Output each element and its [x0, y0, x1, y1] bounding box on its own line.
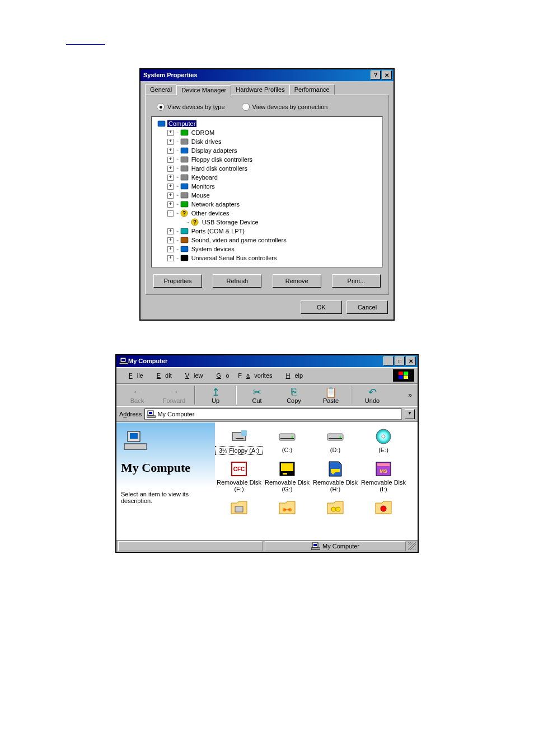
- expand-icon[interactable]: +: [167, 192, 174, 199]
- radio-view-by-type[interactable]: View devices by type: [157, 103, 225, 111]
- mouse-icon: [180, 191, 189, 199]
- drive-icon[interactable]: (E:): [359, 427, 407, 455]
- refresh-button[interactable]: Refresh: [213, 274, 261, 288]
- tree-node[interactable]: +···CDROM: [153, 128, 381, 137]
- tool-undo[interactable]: ↶Undo: [354, 386, 391, 404]
- expand-icon[interactable]: +: [167, 237, 174, 243]
- expand-icon[interactable]: +: [167, 148, 174, 154]
- properties-button[interactable]: Properties: [153, 274, 202, 288]
- drive-icon[interactable]: [263, 497, 311, 518]
- svg-text:MS: MS: [380, 468, 387, 474]
- tree-node[interactable]: +···Hard disk controllers: [153, 164, 381, 173]
- drive-icon[interactable]: CFCRemovable Disk (F:): [215, 459, 263, 493]
- icon-pane[interactable]: 3½ Floppy (A:)(C:)(D:)(E:)CFCRemovable D…: [215, 422, 418, 540]
- svg-rect-2: [181, 139, 188, 144]
- forward-icon: →: [156, 386, 193, 397]
- svg-rect-8: [181, 192, 188, 198]
- remove-button[interactable]: Remove: [273, 274, 321, 288]
- drive-icon[interactable]: (C:): [263, 427, 311, 455]
- tree-node[interactable]: ···?USB Storage Device: [153, 218, 381, 227]
- maximize-button[interactable]: □: [395, 356, 405, 365]
- icon-label: [359, 516, 407, 518]
- address-input[interactable]: My Computer: [144, 408, 402, 420]
- tab-general[interactable]: General: [145, 84, 177, 95]
- tool-copy[interactable]: ⎘Copy: [275, 386, 312, 404]
- tree-node[interactable]: +···Network adapters: [153, 200, 381, 209]
- drive-icon[interactable]: (D:): [311, 427, 359, 455]
- tree-node[interactable]: Computer: [153, 119, 381, 128]
- radio-view-by-connection[interactable]: View devices by connection: [242, 103, 328, 111]
- expand-icon[interactable]: +: [167, 201, 174, 208]
- cancel-button[interactable]: Cancel: [346, 300, 388, 314]
- tree-node[interactable]: +···Monitors: [153, 182, 381, 191]
- expand-icon[interactable]: +: [167, 166, 174, 172]
- svg-text:?: ?: [182, 210, 186, 217]
- tab-performance[interactable]: Performance: [289, 84, 335, 95]
- tree-node[interactable]: +···System devices: [153, 245, 381, 253]
- floppy-icon: [215, 427, 263, 446]
- drive-icon[interactable]: [311, 497, 359, 518]
- tree-node[interactable]: +···Disk drives: [153, 137, 381, 146]
- svg-rect-35: [280, 438, 294, 439]
- tree-node[interactable]: +···Mouse: [153, 191, 381, 200]
- tree-node[interactable]: +···Keyboard: [153, 173, 381, 182]
- expand-icon[interactable]: +: [167, 246, 174, 252]
- expand-icon[interactable]: +: [167, 184, 174, 190]
- tool-paste[interactable]: 📋Paste: [312, 386, 349, 404]
- expand-icon[interactable]: +: [167, 139, 174, 145]
- tree-node[interactable]: +···Universal Serial Bus controllers: [153, 253, 381, 262]
- tree-node[interactable]: +···Ports (COM & LPT): [153, 227, 381, 236]
- address-dropdown-button[interactable]: ▼: [405, 409, 415, 419]
- tree-node[interactable]: +···Display adapters: [153, 146, 381, 155]
- device-tree[interactable]: Computer+···CDROM+···Disk drives+···Disp…: [151, 116, 383, 267]
- menu-go[interactable]: Go: [208, 371, 234, 380]
- svg-rect-22: [404, 372, 408, 375]
- tree-node[interactable]: +···Floppy disk controllers: [153, 155, 381, 164]
- tool-label: Back: [119, 397, 156, 404]
- tab-bar: General Device Manager Hardware Profiles…: [140, 81, 394, 95]
- menu-edit[interactable]: Edit: [148, 371, 176, 380]
- help-button[interactable]: ?: [371, 71, 381, 79]
- expand-icon[interactable]: +: [167, 130, 174, 136]
- drive-icon[interactable]: 3½ Floppy (A:): [215, 427, 263, 455]
- print-button[interactable]: Print...: [332, 274, 381, 288]
- tab-hardware-profiles[interactable]: Hardware Profiles: [231, 84, 289, 95]
- drive-icon[interactable]: [215, 497, 263, 518]
- tool-cut[interactable]: ✂Cut: [238, 386, 275, 404]
- icon-label: 3½ Floppy (A:): [215, 446, 263, 455]
- expand-icon[interactable]: +: [167, 157, 174, 163]
- resize-grip-icon[interactable]: [408, 542, 416, 550]
- tree-label: Universal Serial Bus controllers: [190, 255, 278, 261]
- expand-icon[interactable]: +: [167, 228, 174, 234]
- minimize-button[interactable]: _: [383, 356, 394, 365]
- cfc-icon: CFC: [215, 459, 263, 478]
- tree-node[interactable]: -···?Other devices: [153, 209, 381, 218]
- close-button[interactable]: ✕: [406, 356, 416, 365]
- menu-help[interactable]: Help: [277, 371, 308, 380]
- svg-rect-29: [130, 433, 138, 439]
- drive-icon[interactable]: MSRemovable Disk (I:): [359, 459, 407, 493]
- expand-icon[interactable]: +: [167, 255, 174, 261]
- tree-label: System devices: [190, 246, 236, 252]
- ok-button[interactable]: OK: [301, 300, 342, 314]
- menu-file[interactable]: File: [120, 371, 148, 380]
- tool-up[interactable]: ↥Up: [197, 386, 234, 404]
- menu-favorites[interactable]: Favorites: [233, 371, 277, 380]
- tree-node[interactable]: +···Sound, video and game controllers: [153, 236, 381, 245]
- tab-device-manager[interactable]: Device Manager: [176, 85, 231, 95]
- toolbar-overflow[interactable]: »: [405, 391, 415, 399]
- status-cell: My Computer: [265, 541, 406, 551]
- close-button[interactable]: ✕: [382, 71, 392, 79]
- drive-icon[interactable]: Removable Disk (H:): [311, 459, 359, 493]
- expand-icon[interactable]: -: [167, 210, 174, 217]
- drive-icon[interactable]: [359, 497, 407, 518]
- tool-forward: →Forward: [156, 386, 193, 404]
- menu-view[interactable]: View: [176, 371, 208, 380]
- expand-icon[interactable]: +: [167, 175, 174, 181]
- svg-rect-16: [181, 246, 188, 252]
- menu-bar: File Edit View Go Favorites Help: [116, 367, 418, 384]
- folder-net-icon: [263, 497, 311, 516]
- svg-point-36: [292, 436, 293, 438]
- usb-icon: [180, 254, 189, 262]
- drive-icon[interactable]: Removable Disk (G:): [263, 459, 311, 493]
